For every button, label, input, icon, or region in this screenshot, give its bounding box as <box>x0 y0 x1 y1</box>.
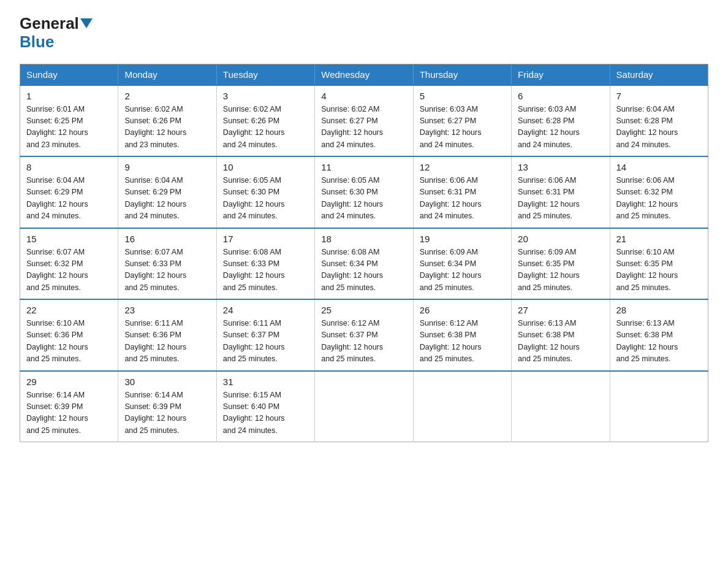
logo: General Blue <box>20 15 93 52</box>
day-number: 22 <box>26 305 112 315</box>
calendar-cell: 29 Sunrise: 6:14 AMSunset: 6:39 PMDaylig… <box>20 371 118 442</box>
calendar-cell: 17 Sunrise: 6:08 AMSunset: 6:33 PMDaylig… <box>216 228 314 300</box>
weekday-header-monday: Monday <box>118 64 216 85</box>
day-info: Sunrise: 6:08 AMSunset: 6:34 PMDaylight:… <box>321 248 383 292</box>
day-number: 5 <box>420 91 505 101</box>
calendar-cell: 3 Sunrise: 6:02 AMSunset: 6:26 PMDayligh… <box>216 85 314 157</box>
day-info: Sunrise: 6:13 AMSunset: 6:38 PMDaylight:… <box>616 319 678 363</box>
calendar-cell: 14 Sunrise: 6:06 AMSunset: 6:32 PMDaylig… <box>610 156 708 228</box>
day-info: Sunrise: 6:09 AMSunset: 6:34 PMDaylight:… <box>420 248 482 292</box>
day-info: Sunrise: 6:14 AMSunset: 6:39 PMDaylight:… <box>26 391 88 435</box>
day-number: 12 <box>420 162 505 172</box>
day-number: 1 <box>26 91 112 101</box>
weekday-header-thursday: Thursday <box>413 64 511 85</box>
calendar-cell <box>512 371 610 442</box>
day-info: Sunrise: 6:11 AMSunset: 6:36 PMDaylight:… <box>124 319 186 363</box>
calendar-cell: 27 Sunrise: 6:13 AMSunset: 6:38 PMDaylig… <box>512 299 610 371</box>
day-number: 20 <box>518 234 603 244</box>
calendar-cell: 21 Sunrise: 6:10 AMSunset: 6:35 PMDaylig… <box>610 228 708 300</box>
calendar-cell: 20 Sunrise: 6:09 AMSunset: 6:35 PMDaylig… <box>512 228 610 300</box>
day-number: 19 <box>420 234 505 244</box>
calendar-cell: 2 Sunrise: 6:02 AMSunset: 6:26 PMDayligh… <box>118 85 216 157</box>
day-number: 24 <box>223 305 308 315</box>
day-info: Sunrise: 6:02 AMSunset: 6:26 PMDaylight:… <box>124 105 186 149</box>
weekday-header-wednesday: Wednesday <box>315 64 413 85</box>
day-info: Sunrise: 6:01 AMSunset: 6:25 PMDaylight:… <box>26 105 88 149</box>
calendar-cell: 6 Sunrise: 6:03 AMSunset: 6:28 PMDayligh… <box>512 85 610 157</box>
day-number: 10 <box>223 162 308 172</box>
calendar-cell <box>610 371 708 442</box>
day-number: 4 <box>321 91 406 101</box>
day-info: Sunrise: 6:04 AMSunset: 6:29 PMDaylight:… <box>26 176 88 220</box>
day-info: Sunrise: 6:07 AMSunset: 6:33 PMDaylight:… <box>124 248 186 292</box>
calendar-cell: 23 Sunrise: 6:11 AMSunset: 6:36 PMDaylig… <box>118 299 216 371</box>
week-row-5: 29 Sunrise: 6:14 AMSunset: 6:39 PMDaylig… <box>20 371 708 442</box>
calendar-cell: 12 Sunrise: 6:06 AMSunset: 6:31 PMDaylig… <box>413 156 511 228</box>
week-row-4: 22 Sunrise: 6:10 AMSunset: 6:36 PMDaylig… <box>20 299 708 371</box>
logo-triangle-icon <box>80 18 93 28</box>
day-number: 17 <box>223 234 308 244</box>
week-row-1: 1 Sunrise: 6:01 AMSunset: 6:25 PMDayligh… <box>20 85 708 157</box>
day-number: 2 <box>124 91 210 101</box>
day-number: 30 <box>124 377 210 387</box>
day-number: 13 <box>518 162 603 172</box>
day-info: Sunrise: 6:15 AMSunset: 6:40 PMDaylight:… <box>223 391 285 435</box>
day-number: 31 <box>223 377 308 387</box>
day-number: 7 <box>616 91 702 101</box>
day-info: Sunrise: 6:05 AMSunset: 6:30 PMDaylight:… <box>321 176 383 220</box>
weekday-header-row: SundayMondayTuesdayWednesdayThursdayFrid… <box>20 64 708 85</box>
day-info: Sunrise: 6:08 AMSunset: 6:33 PMDaylight:… <box>223 248 285 292</box>
day-info: Sunrise: 6:03 AMSunset: 6:27 PMDaylight:… <box>420 105 482 149</box>
day-info: Sunrise: 6:10 AMSunset: 6:36 PMDaylight:… <box>26 319 88 363</box>
day-info: Sunrise: 6:12 AMSunset: 6:38 PMDaylight:… <box>420 319 482 363</box>
weekday-header-tuesday: Tuesday <box>216 64 314 85</box>
day-info: Sunrise: 6:04 AMSunset: 6:28 PMDaylight:… <box>616 105 678 149</box>
day-info: Sunrise: 6:13 AMSunset: 6:38 PMDaylight:… <box>518 319 580 363</box>
calendar-cell: 22 Sunrise: 6:10 AMSunset: 6:36 PMDaylig… <box>20 299 118 371</box>
day-info: Sunrise: 6:02 AMSunset: 6:26 PMDaylight:… <box>223 105 285 149</box>
calendar-cell: 4 Sunrise: 6:02 AMSunset: 6:27 PMDayligh… <box>315 85 413 157</box>
day-info: Sunrise: 6:04 AMSunset: 6:29 PMDaylight:… <box>124 176 186 220</box>
calendar-cell: 18 Sunrise: 6:08 AMSunset: 6:34 PMDaylig… <box>315 228 413 300</box>
calendar-cell: 15 Sunrise: 6:07 AMSunset: 6:32 PMDaylig… <box>20 228 118 300</box>
day-number: 16 <box>124 234 210 244</box>
day-number: 26 <box>420 305 505 315</box>
calendar-cell: 31 Sunrise: 6:15 AMSunset: 6:40 PMDaylig… <box>216 371 314 442</box>
calendar-cell: 11 Sunrise: 6:05 AMSunset: 6:30 PMDaylig… <box>315 156 413 228</box>
calendar-cell: 26 Sunrise: 6:12 AMSunset: 6:38 PMDaylig… <box>413 299 511 371</box>
calendar-cell: 19 Sunrise: 6:09 AMSunset: 6:34 PMDaylig… <box>413 228 511 300</box>
day-number: 11 <box>321 162 406 172</box>
week-row-3: 15 Sunrise: 6:07 AMSunset: 6:32 PMDaylig… <box>20 228 708 300</box>
day-number: 6 <box>518 91 603 101</box>
weekday-header-friday: Friday <box>512 64 610 85</box>
calendar-cell: 9 Sunrise: 6:04 AMSunset: 6:29 PMDayligh… <box>118 156 216 228</box>
day-info: Sunrise: 6:14 AMSunset: 6:39 PMDaylight:… <box>124 391 186 435</box>
calendar-cell: 25 Sunrise: 6:12 AMSunset: 6:37 PMDaylig… <box>315 299 413 371</box>
day-info: Sunrise: 6:06 AMSunset: 6:31 PMDaylight:… <box>420 176 482 220</box>
day-info: Sunrise: 6:03 AMSunset: 6:28 PMDaylight:… <box>518 105 580 149</box>
calendar-cell <box>413 371 511 442</box>
logo-blue-text: Blue <box>20 33 54 52</box>
day-info: Sunrise: 6:06 AMSunset: 6:32 PMDaylight:… <box>616 176 678 220</box>
calendar-cell <box>315 371 413 442</box>
day-number: 15 <box>26 234 112 244</box>
day-number: 25 <box>321 305 406 315</box>
day-info: Sunrise: 6:11 AMSunset: 6:37 PMDaylight:… <box>223 319 285 363</box>
day-info: Sunrise: 6:10 AMSunset: 6:35 PMDaylight:… <box>616 248 678 292</box>
calendar-table: SundayMondayTuesdayWednesdayThursdayFrid… <box>20 64 708 443</box>
calendar-cell: 16 Sunrise: 6:07 AMSunset: 6:33 PMDaylig… <box>118 228 216 300</box>
calendar-cell: 8 Sunrise: 6:04 AMSunset: 6:29 PMDayligh… <box>20 156 118 228</box>
day-number: 27 <box>518 305 603 315</box>
day-number: 28 <box>616 305 702 315</box>
calendar-cell: 30 Sunrise: 6:14 AMSunset: 6:39 PMDaylig… <box>118 371 216 442</box>
day-number: 9 <box>124 162 210 172</box>
calendar-cell: 5 Sunrise: 6:03 AMSunset: 6:27 PMDayligh… <box>413 85 511 157</box>
day-number: 18 <box>321 234 406 244</box>
day-number: 3 <box>223 91 308 101</box>
day-number: 21 <box>616 234 702 244</box>
week-row-2: 8 Sunrise: 6:04 AMSunset: 6:29 PMDayligh… <box>20 156 708 228</box>
day-info: Sunrise: 6:05 AMSunset: 6:30 PMDaylight:… <box>223 176 285 220</box>
day-number: 29 <box>26 377 112 387</box>
calendar-cell: 1 Sunrise: 6:01 AMSunset: 6:25 PMDayligh… <box>20 85 118 157</box>
weekday-header-saturday: Saturday <box>610 64 708 85</box>
